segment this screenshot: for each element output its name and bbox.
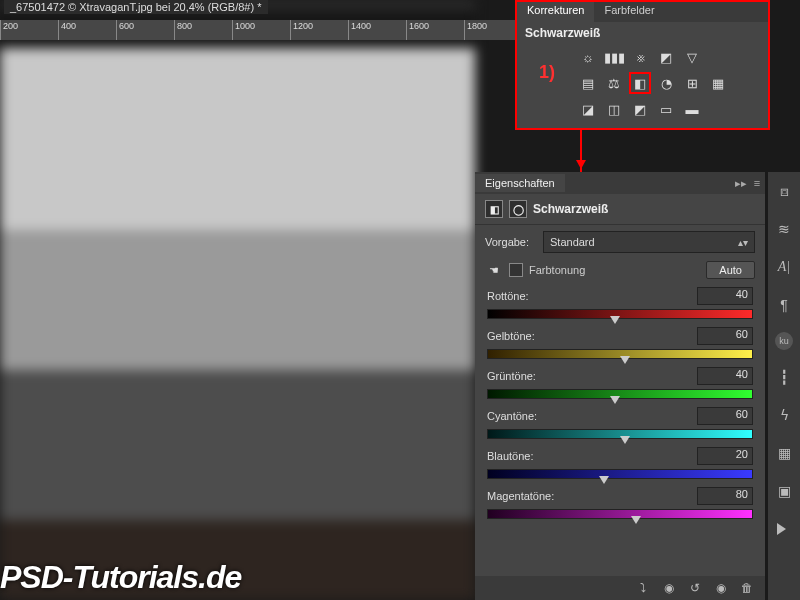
adjustments-panel: Korrekturen Farbfelder Schwarzweiß 1) ☼▮… [515,0,770,130]
slider-thumb[interactable] [610,316,620,329]
slider-value-input[interactable]: 40 [697,287,753,305]
ruler-mark: 1800 [464,20,522,40]
slider-value-input[interactable]: 60 [697,327,753,345]
reset-icon[interactable]: ↺ [687,581,703,595]
preset-label: Vorgabe: [485,236,537,248]
channel-mixer-icon[interactable]: ⊞ [681,72,703,94]
tint-checkbox[interactable] [509,263,523,277]
slider-label: Gelbtöne: [487,330,535,342]
levels-icon[interactable]: ▮▮▮ [603,46,625,68]
slider-thumb[interactable] [631,516,641,529]
auto-button[interactable]: Auto [706,261,755,279]
selective-color-icon[interactable]: ▬ [681,98,703,120]
slider-track[interactable] [487,429,753,439]
properties-panel: Eigenschaften ▸▸ ≡ ◧ ◯ Schwarzweiß Vorga… [475,172,765,600]
invert-icon[interactable]: ◪ [577,98,599,120]
slider-track[interactable] [487,349,753,359]
watermark-text: PSD-Tutorials.de [0,559,241,596]
collapse-icon[interactable]: ▸▸ [733,177,749,190]
slider-value-input[interactable]: 60 [697,407,753,425]
color-lookup-icon[interactable]: ▦ [707,72,729,94]
slider-label: Cyantöne: [487,410,537,422]
dock-3d-icon[interactable]: ⧈ [773,180,795,202]
document-tab[interactable]: _67501472 © XtravaganT.jpg bei 20,4% (RG… [4,0,268,14]
chevron-updown-icon: ▴▾ [738,237,748,248]
slider-label: Rottöne: [487,290,529,302]
black-white-icon[interactable]: ◧ [629,72,651,94]
horizontal-ruler: 2004006008001000120014001600180020002200… [0,20,540,40]
ruler-mark: 1000 [232,20,290,40]
tab-korrekturen[interactable]: Korrekturen [517,2,594,22]
slider-yellow: Gelbtöne:60 [475,321,765,361]
adjustment-hover-name: Schwarzweiß [517,22,768,44]
color-balance-icon[interactable]: ⚖ [603,72,625,94]
targeted-adjust-tool-icon[interactable]: ☚ [485,261,503,279]
ruler-mark: 800 [174,20,232,40]
visibility-icon[interactable]: ◉ [713,581,729,595]
canvas-viewport[interactable] [0,0,475,600]
adjustment-name: Schwarzweiß [533,202,608,216]
slider-track[interactable] [487,509,753,519]
brightness-icon[interactable]: ☼ [577,46,599,68]
slider-track[interactable] [487,309,753,319]
slider-thumb[interactable] [599,476,609,489]
slider-red: Rottöne:40 [475,281,765,321]
mask-icon[interactable]: ◯ [509,200,527,218]
dock-lightning-icon[interactable]: ϟ [773,404,795,426]
dock-layers-icon[interactable]: ≋ [773,218,795,240]
ruler-mark: 600 [116,20,174,40]
adjustment-type-icon: ◧ [485,200,503,218]
vibrance-icon[interactable]: ▽ [681,46,703,68]
slider-thumb[interactable] [620,436,630,449]
slider-cyan: Cyantöne:60 [475,401,765,441]
tab-eigenschaften[interactable]: Eigenschaften [475,174,565,192]
dock-type-icon[interactable]: A| [773,256,795,278]
tint-label: Farbtonung [529,264,585,276]
dock-paragraph-icon[interactable]: ¶ [773,294,795,316]
ruler-mark: 400 [58,20,116,40]
annotation-step-1: 1) [539,62,555,83]
slider-label: Magentatöne: [487,490,554,502]
dock-image-icon[interactable]: ▣ [773,480,795,502]
exposure-icon[interactable]: ◩ [655,46,677,68]
dock-grid-icon[interactable]: ▦ [773,442,795,464]
slider-thumb[interactable] [620,356,630,369]
ruler-mark: 1200 [290,20,348,40]
ruler-mark: 1600 [406,20,464,40]
tab-farbfelder[interactable]: Farbfelder [594,2,664,22]
curves-icon[interactable]: ⨳ [629,46,651,68]
dock-kuler-icon[interactable]: ku [775,332,793,350]
clip-to-layer-icon[interactable]: ⤵ [635,581,651,595]
preset-value: Standard [550,236,595,248]
right-dock: ⧈ ≋ A| ¶ ku ┇ ϟ ▦ ▣ [768,172,800,600]
ruler-mark: 200 [0,20,58,40]
posterize-icon[interactable]: ◫ [603,98,625,120]
annotation-arrow [580,128,582,173]
slider-value-input[interactable]: 20 [697,447,753,465]
slider-track[interactable] [487,469,753,479]
threshold-icon[interactable]: ◩ [629,98,651,120]
preset-dropdown[interactable]: Standard ▴▾ [543,231,755,253]
slider-value-input[interactable]: 40 [697,367,753,385]
gradient-map-icon[interactable]: ▭ [655,98,677,120]
panel-menu-icon[interactable]: ≡ [749,177,765,189]
photo-filter-icon[interactable]: ◔ [655,72,677,94]
dock-play-icon[interactable] [773,518,795,540]
slider-value-input[interactable]: 80 [697,487,753,505]
dock-ruler-icon[interactable]: ┇ [773,366,795,388]
slider-track[interactable] [487,389,753,399]
slider-magenta: Magentatöne:80 [475,481,765,521]
ruler-mark: 1400 [348,20,406,40]
slider-label: Blautöne: [487,450,533,462]
hue-icon[interactable]: ▤ [577,72,599,94]
trash-icon[interactable]: 🗑 [739,581,755,595]
slider-label: Grüntöne: [487,370,536,382]
slider-thumb[interactable] [610,396,620,409]
view-previous-icon[interactable]: ◉ [661,581,677,595]
